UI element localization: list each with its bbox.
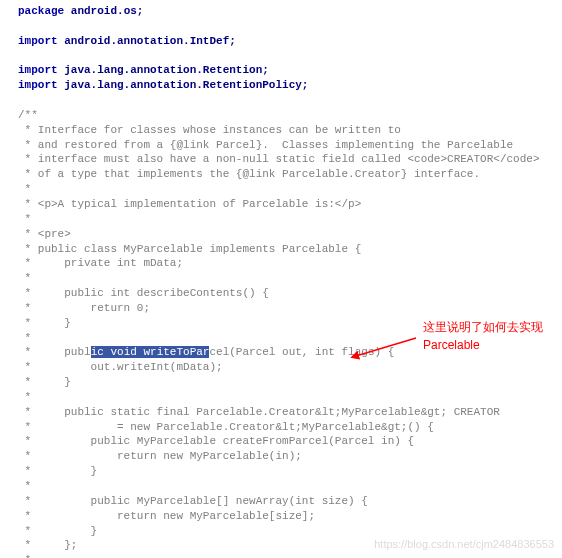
comment-line: * of a type that implements the {@link P…: [18, 167, 562, 182]
comment-line: *: [18, 182, 562, 197]
text-selection[interactable]: ic void writeToPar: [91, 346, 210, 358]
watermark: https://blog.csdn.net/cjm2484836553: [374, 537, 554, 552]
keyword: package: [18, 5, 64, 17]
comment-line: *: [18, 390, 562, 405]
comment-line: * <p>A typical implementation of Parcela…: [18, 197, 562, 212]
annotation-text: Parcelable: [423, 336, 543, 354]
comment-line: /**: [18, 108, 562, 123]
comment-line: * public int describeContents() {: [18, 286, 562, 301]
annotation-text: 这里说明了如何去实现: [423, 318, 543, 336]
code-line: import java.lang.annotation.RetentionPol…: [18, 78, 562, 93]
comment-line: * Interface for classes whose instances …: [18, 123, 562, 138]
comment-line: * }: [18, 375, 562, 390]
comment-line: * interface must also have a non-null st…: [18, 152, 562, 167]
comment-line: * public MyParcelable[] newArray(int siz…: [18, 494, 562, 509]
comment-line: * <pre>: [18, 227, 562, 242]
comment-line: * }: [18, 524, 562, 539]
code-line: import java.lang.annotation.Retention;: [18, 63, 562, 78]
comment-line: *: [18, 212, 562, 227]
code-line: import android.annotation.IntDef;: [18, 34, 562, 49]
code-editor[interactable]: package android.os; import android.annot…: [0, 0, 562, 558]
comment-line: * return 0;: [18, 301, 562, 316]
comment-line: *: [18, 553, 562, 558]
code-line: package android.os;: [18, 4, 562, 19]
comment-line: * public MyParcelable createFromParcel(P…: [18, 434, 562, 449]
package-name: android.os;: [64, 5, 143, 17]
comment-line: * return new MyParcelable(in);: [18, 449, 562, 464]
comment-line: *: [18, 479, 562, 494]
comment-line: * private int mData;: [18, 256, 562, 271]
comment-line: * out.writeInt(mData);: [18, 360, 562, 375]
blank-line: [18, 19, 562, 34]
comment-line: * = new Parcelable.Creator&lt;MyParcelab…: [18, 420, 562, 435]
comment-line: * }: [18, 464, 562, 479]
blank-line: [18, 93, 562, 108]
annotation-callout: 这里说明了如何去实现 Parcelable: [423, 318, 543, 354]
comment-line: * and restored from a {@link Parcel}. Cl…: [18, 138, 562, 153]
blank-line: [18, 49, 562, 64]
comment-line: * return new MyParcelable[size];: [18, 509, 562, 524]
comment-line: * public static final Parcelable.Creator…: [18, 405, 562, 420]
comment-line: * public class MyParcelable implements P…: [18, 242, 562, 257]
comment-line: *: [18, 271, 562, 286]
